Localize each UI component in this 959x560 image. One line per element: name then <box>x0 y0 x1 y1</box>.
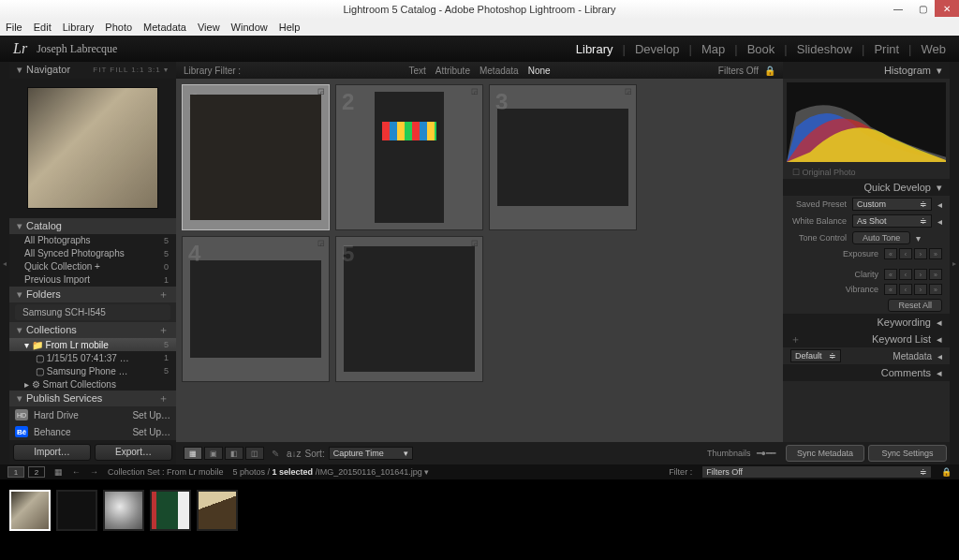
saved-preset-select[interactable]: Custom≑ <box>852 198 932 211</box>
grid-cell-3[interactable]: 3◲ <box>489 84 637 230</box>
collapse-icon[interactable]: ▾ <box>916 233 921 243</box>
cell-badge-icon[interactable]: ◲ <box>317 239 327 248</box>
catalog-quick-collection[interactable]: Quick Collection +0 <box>9 260 176 273</box>
navigator-header[interactable]: Navigator FIT FILL 1:1 3:1 ▾ <box>9 62 176 79</box>
filter-metadata[interactable]: Metadata <box>480 66 519 76</box>
module-develop[interactable]: Develop <box>635 42 680 56</box>
exposure-minus1[interactable]: ‹ <box>899 248 912 259</box>
filmstrip-thumb-5[interactable] <box>197 490 238 531</box>
vibrance-plus1[interactable]: › <box>914 284 927 295</box>
catalog-header[interactable]: Catalog <box>9 218 176 234</box>
setup-behance[interactable]: Set Up… <box>132 427 170 437</box>
keyword-list-header[interactable]: ＋Keyword List◂ <box>783 331 950 347</box>
menu-view[interactable]: View <box>198 22 220 33</box>
filmstrip[interactable] <box>0 479 959 541</box>
sync-settings-button[interactable]: Sync Settings <box>868 445 947 462</box>
collapse-icon[interactable]: ◂ <box>937 199 942 210</box>
collection-dated[interactable]: ▢ 1/15/15 07:41:37 …1 <box>9 351 176 364</box>
filter-lock-icon[interactable]: 🔒 <box>764 66 775 76</box>
sort-direction-icon[interactable]: a↓z <box>287 449 302 459</box>
filters-off-label[interactable]: Filters Off <box>718 66 759 76</box>
grid-cell-1[interactable]: 1◲ <box>182 84 330 230</box>
reset-all-button[interactable]: Reset All <box>888 299 942 312</box>
left-panel-toggle[interactable]: ◂ <box>0 62 9 464</box>
metadata-header[interactable]: Metadata <box>893 351 932 361</box>
catalog-previous-import[interactable]: Previous Import1 <box>9 273 176 287</box>
menu-help[interactable]: Help <box>279 22 301 33</box>
auto-tone-button[interactable]: Auto Tone <box>852 231 910 244</box>
histogram[interactable] <box>787 82 946 162</box>
setup-hard-drive[interactable]: Set Up… <box>132 410 170 420</box>
filter-none[interactable]: None <box>528 66 551 76</box>
quick-develop-header[interactable]: Quick Develop▾ <box>783 179 950 196</box>
clarity-minus1[interactable]: ‹ <box>899 269 912 280</box>
thumbnail-grid[interactable]: 1◲ 2◲ 3◲ 4◲ 5◲ <box>176 79 783 442</box>
identity-plate[interactable]: Joseph Labrecque <box>37 42 117 56</box>
filmstrip-lock-icon[interactable]: 🔒 <box>941 467 952 477</box>
exposure-minus2[interactable]: « <box>884 248 897 259</box>
filmstrip-thumb-2[interactable] <box>56 490 97 531</box>
clarity-plus2[interactable]: » <box>929 269 942 280</box>
menu-file[interactable]: File <box>6 22 22 33</box>
clarity-minus2[interactable]: « <box>884 269 897 280</box>
cell-badge-icon[interactable]: ◲ <box>471 87 480 96</box>
vibrance-minus1[interactable]: ‹ <box>899 284 912 295</box>
collection-from-lr-mobile[interactable]: ▾ 📁 From Lr mobile5 <box>9 338 176 351</box>
compare-view-button[interactable]: ◧ <box>225 447 243 460</box>
filmstrip-thumb-3[interactable] <box>103 490 144 531</box>
menu-edit[interactable]: Edit <box>34 22 52 33</box>
add-folder-icon[interactable]: ＋ <box>158 287 169 302</box>
filter-attribute[interactable]: Attribute <box>435 66 470 76</box>
grid-cell-5[interactable]: 5◲ <box>335 236 483 382</box>
grid-cell-2[interactable]: 2◲ <box>335 84 483 230</box>
filmstrip-filter-select[interactable]: Filters Off≑ <box>701 465 932 479</box>
add-collection-icon[interactable]: ＋ <box>158 323 169 337</box>
module-print[interactable]: Print <box>874 42 899 56</box>
histogram-header[interactable]: Histogram▾ <box>783 62 950 79</box>
module-web[interactable]: Web <box>922 42 947 56</box>
metadata-preset-select[interactable]: Default≑ <box>790 349 841 362</box>
thumbnail-size-slider[interactable]: ━●━━ <box>757 449 775 458</box>
maximize-button[interactable]: ▢ <box>910 0 935 17</box>
publish-behance[interactable]: BēBehance Set Up… <box>9 423 176 440</box>
survey-view-button[interactable]: ◫ <box>245 447 264 460</box>
comments-header[interactable]: Comments◂ <box>783 364 950 381</box>
keywording-header[interactable]: Keywording◂ <box>783 314 950 331</box>
grid-mode-icon[interactable]: ▦ <box>54 467 63 477</box>
original-photo-toggle[interactable]: ☐ Original Photo <box>783 166 950 179</box>
menu-photo[interactable]: Photo <box>105 22 132 33</box>
module-library[interactable]: Library <box>576 42 613 56</box>
breadcrumb[interactable]: Collection Set : From Lr mobile <box>108 467 224 477</box>
minimize-button[interactable]: — <box>886 0 910 17</box>
collection-smart[interactable]: ▸ ⚙ Smart Collections <box>9 377 176 391</box>
collapse-icon[interactable]: ◂ <box>937 216 942 227</box>
module-book[interactable]: Book <box>747 42 775 56</box>
vibrance-plus2[interactable]: » <box>929 284 942 295</box>
add-publish-icon[interactable]: ＋ <box>158 391 169 405</box>
menu-window[interactable]: Window <box>231 22 268 33</box>
folders-header[interactable]: Folders ＋ <box>9 287 176 302</box>
exposure-plus1[interactable]: › <box>914 248 927 259</box>
cell-badge-icon[interactable]: ◲ <box>471 239 480 248</box>
breadcrumb-dropdown-icon[interactable]: ▾ <box>424 467 429 477</box>
close-button[interactable]: ✕ <box>935 0 959 17</box>
sort-field-select[interactable]: Capture Time▾ <box>329 447 413 460</box>
navigator-preview[interactable] <box>9 79 176 218</box>
collection-samsung[interactable]: ▢ Samsung Phone …5 <box>9 364 176 377</box>
filmstrip-thumb-1[interactable] <box>9 490 51 531</box>
collections-header[interactable]: Collections ＋ <box>9 322 176 338</box>
catalog-synced[interactable]: All Synced Photographs5 <box>9 247 176 260</box>
export-button[interactable]: Export… <box>95 444 172 461</box>
exposure-plus2[interactable]: » <box>929 248 942 259</box>
right-panel-toggle[interactable]: ▸ <box>950 62 959 464</box>
go-forward-icon[interactable]: → <box>90 467 98 477</box>
second-window-button[interactable]: 2 <box>28 466 45 478</box>
go-back-icon[interactable]: ← <box>72 467 81 477</box>
loupe-view-button[interactable]: ▣ <box>204 447 223 460</box>
menu-metadata[interactable]: Metadata <box>143 22 186 33</box>
import-button[interactable]: Import… <box>13 444 91 461</box>
module-map[interactable]: Map <box>701 42 725 56</box>
sync-metadata-button[interactable]: Sync Metadata <box>786 445 864 462</box>
publish-hard-drive[interactable]: HDHard Drive Set Up… <box>9 406 176 423</box>
filter-text[interactable]: Text <box>408 66 425 76</box>
